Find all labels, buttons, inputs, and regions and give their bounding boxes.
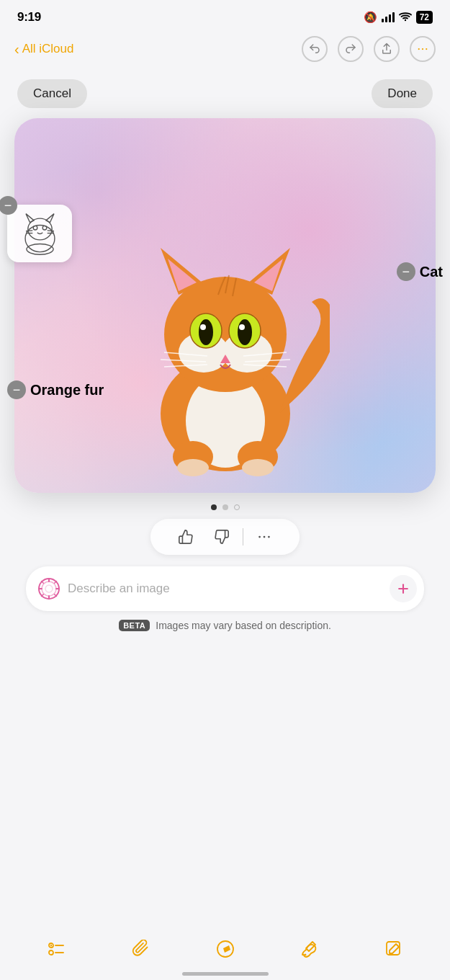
image-container: − − Cat − Orang bbox=[14, 118, 436, 493]
svg-line-38 bbox=[26, 230, 32, 231]
status-time: 9:19 bbox=[17, 10, 41, 24]
svg-point-19 bbox=[200, 324, 206, 330]
status-icons: 🔕 72 bbox=[364, 11, 433, 24]
svg-point-21 bbox=[238, 319, 252, 345]
svg-point-8 bbox=[177, 459, 209, 476]
cancel-button[interactable]: Cancel bbox=[17, 79, 87, 108]
back-label: All iCloud bbox=[22, 42, 74, 56]
svg-line-55 bbox=[55, 582, 57, 584]
dot-3[interactable] bbox=[234, 504, 240, 510]
beta-row: BETA Images may vary based on descriptio… bbox=[14, 620, 436, 631]
svg-line-40 bbox=[47, 230, 53, 231]
redo-button[interactable] bbox=[338, 36, 364, 62]
compose-button[interactable] bbox=[384, 940, 403, 958]
bottom-toolbar bbox=[0, 931, 450, 958]
cat-remove-button[interactable]: − bbox=[397, 262, 415, 281]
done-button[interactable]: Done bbox=[372, 79, 433, 108]
svg-line-53 bbox=[42, 582, 44, 584]
svg-point-44 bbox=[264, 536, 266, 538]
undo-button[interactable] bbox=[302, 36, 328, 62]
checklist-button[interactable] bbox=[48, 940, 66, 958]
svg-point-37 bbox=[42, 226, 47, 230]
dot-1[interactable] bbox=[211, 504, 217, 510]
share-button[interactable] bbox=[374, 36, 400, 62]
navigation-button[interactable] bbox=[216, 940, 235, 958]
svg-point-2 bbox=[422, 48, 423, 50]
svg-line-54 bbox=[55, 594, 57, 597]
cat-tag: − Cat bbox=[397, 262, 443, 281]
svg-point-10 bbox=[164, 277, 287, 392]
back-chevron-icon: ‹ bbox=[14, 41, 19, 58]
svg-point-47 bbox=[42, 582, 56, 596]
input-row: Describe an image bbox=[26, 566, 424, 611]
svg-point-3 bbox=[426, 48, 427, 50]
nav-actions bbox=[302, 36, 436, 62]
svg-point-45 bbox=[268, 536, 270, 538]
more-button[interactable] bbox=[410, 36, 436, 62]
svg-point-32 bbox=[25, 225, 55, 251]
cat-image bbox=[14, 118, 436, 493]
bell-mute-icon: 🔕 bbox=[364, 11, 377, 24]
feedback-bar bbox=[150, 519, 300, 555]
sketch-tag: − bbox=[7, 205, 72, 262]
sketch-remove-button[interactable]: − bbox=[0, 196, 17, 215]
svg-marker-35 bbox=[45, 213, 53, 222]
svg-point-60 bbox=[50, 945, 51, 946]
svg-marker-34 bbox=[26, 213, 34, 222]
svg-point-1 bbox=[418, 48, 420, 50]
svg-point-66 bbox=[304, 954, 306, 956]
svg-point-0 bbox=[404, 19, 405, 20]
sketch-cat-icon bbox=[17, 210, 63, 257]
svg-point-62 bbox=[49, 950, 53, 955]
input-add-button[interactable] bbox=[390, 575, 417, 602]
svg-point-48 bbox=[45, 585, 53, 592]
back-button[interactable]: ‹ All iCloud bbox=[14, 41, 73, 58]
cat-label: Cat bbox=[420, 264, 443, 280]
signal-bars bbox=[382, 12, 395, 22]
thumbs-down-button[interactable] bbox=[204, 526, 240, 548]
beta-badge: BETA bbox=[119, 620, 150, 631]
svg-point-36 bbox=[33, 226, 37, 230]
svg-line-56 bbox=[42, 594, 44, 597]
canvas-area: Cancel Done bbox=[0, 71, 450, 631]
paperclip-button[interactable] bbox=[132, 940, 150, 958]
beta-text: Images may vary based on description. bbox=[156, 620, 331, 631]
dot-2[interactable] bbox=[222, 504, 228, 510]
input-area: Describe an image bbox=[14, 566, 436, 611]
pagination bbox=[14, 504, 436, 510]
svg-marker-65 bbox=[223, 945, 230, 953]
home-indicator bbox=[182, 972, 269, 976]
action-row: Cancel Done bbox=[14, 76, 436, 118]
more-options-button[interactable] bbox=[246, 526, 282, 548]
orange-remove-button[interactable]: − bbox=[7, 380, 26, 399]
brush-button[interactable] bbox=[300, 940, 319, 958]
battery-indicator: 72 bbox=[416, 11, 433, 24]
svg-point-18 bbox=[199, 319, 213, 345]
svg-point-22 bbox=[239, 324, 245, 330]
wifi-icon bbox=[399, 12, 412, 24]
thumbs-up-button[interactable] bbox=[168, 526, 204, 548]
feedback-divider bbox=[243, 528, 243, 545]
svg-point-9 bbox=[242, 459, 274, 476]
svg-point-43 bbox=[258, 536, 261, 538]
status-bar: 9:19 🔕 72 bbox=[0, 0, 450, 30]
orange-tag: − Orange fur bbox=[7, 380, 104, 399]
cat-illustration bbox=[121, 190, 330, 478]
orange-label: Orange fur bbox=[30, 382, 104, 398]
input-placeholder[interactable]: Describe an image bbox=[68, 582, 382, 596]
nav-bar: ‹ All iCloud bbox=[0, 30, 450, 71]
ai-icon bbox=[37, 577, 60, 600]
